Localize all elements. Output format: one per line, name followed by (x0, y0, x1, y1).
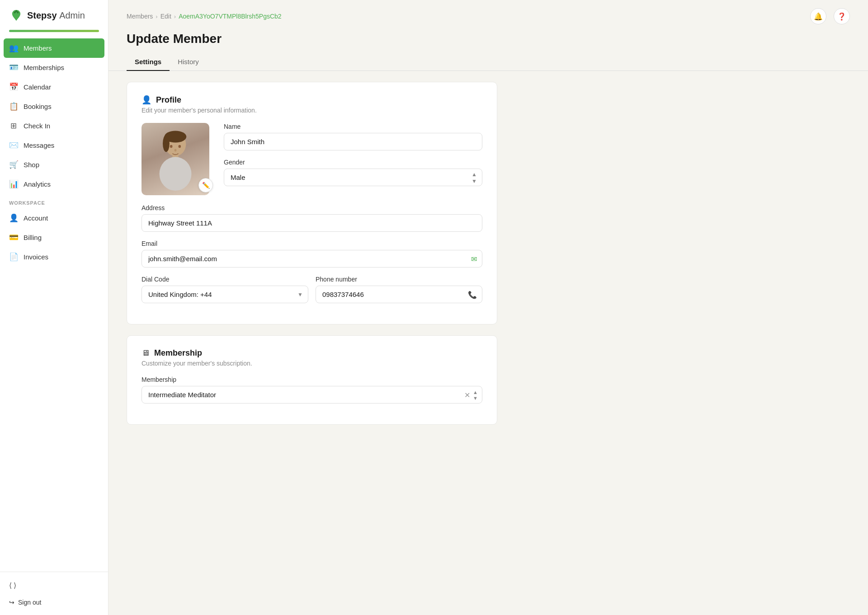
nav-shop-label: Shop (24, 161, 39, 169)
membership-clear-button[interactable]: ✕ (464, 390, 470, 399)
gender-select-wrap: Male Female Other ▲▼ (224, 169, 482, 186)
shop-icon: 🛒 (9, 160, 18, 169)
notifications-button[interactable]: 🔔 (810, 8, 826, 24)
email-label: Email (142, 240, 482, 247)
breadcrumb-id[interactable]: AoemA3YoO7VTMPl8Blrsh5PgsCb2 (179, 13, 282, 20)
svg-point-4 (160, 157, 192, 191)
page-title: Update Member (127, 32, 850, 46)
email-icon: ✉ (471, 254, 477, 263)
gender-label: Gender (224, 159, 482, 166)
nav-members[interactable]: 👥 Members (4, 38, 104, 58)
name-field-group: Name (224, 123, 482, 150)
name-input[interactable] (224, 133, 482, 150)
address-input[interactable] (142, 214, 482, 232)
profile-section-icon: 👤 (142, 95, 151, 105)
edit-avatar-button[interactable]: ✏️ (198, 178, 213, 192)
phone-input[interactable] (316, 286, 482, 303)
signout-icon: ↪ (9, 599, 14, 606)
membership-card: 🖥 Membership Customize your member's sub… (127, 335, 497, 425)
nav-invoices[interactable]: 📄 Invoices (0, 247, 108, 267)
avatar-image (148, 127, 203, 191)
nav-calendar-label: Calendar (24, 83, 51, 91)
main-content: Members › Edit › AoemA3YoO7VTMPl8Blrsh5P… (108, 0, 868, 615)
memberships-icon: 🪪 (9, 63, 18, 72)
phone-label: Phone number (316, 276, 482, 283)
signout-label: Sign out (18, 599, 41, 606)
nav-account[interactable]: 👤 Account (0, 208, 108, 228)
svg-point-2 (163, 135, 170, 152)
checkin-icon: ⊞ (9, 121, 18, 131)
nav-checkin-label: Check In (24, 122, 50, 130)
nav-invoices-label: Invoices (24, 253, 48, 261)
content-area: 👤 Profile Edit your member's personal in… (108, 82, 515, 454)
nav-memberships[interactable]: 🪪 Memberships (0, 58, 108, 77)
profile-card: 👤 Profile Edit your member's personal in… (127, 82, 497, 324)
nav-bookings[interactable]: 📋 Bookings (0, 97, 108, 116)
nav-shop[interactable]: 🛒 Shop (0, 155, 108, 174)
profile-section-header: 👤 Profile (142, 95, 482, 105)
collapse-arrows-icon: ⟨ ⟩ (9, 581, 16, 590)
gender-field-group: Gender Male Female Other ▲▼ (224, 159, 482, 186)
breadcrumb-sep-1: › (156, 13, 157, 20)
dial-code-select-wrap: United Kingdom: +44 United States: +1 ▼ (142, 286, 308, 303)
analytics-icon: 📊 (9, 179, 18, 189)
gender-select[interactable]: Male Female Other (224, 169, 482, 186)
sidebar: Stepsy Admin 👥 Members 🪪 Memberships 📅 C… (0, 0, 108, 615)
membership-input[interactable] (142, 386, 482, 404)
app-name: Stepsy Admin (27, 10, 85, 21)
edit-icon: ✏️ (202, 182, 210, 189)
nav-account-label: Account (24, 214, 48, 222)
nav-checkin[interactable]: ⊞ Check In (0, 116, 108, 136)
phone-icon: 📞 (468, 290, 477, 299)
nav-members-label: Members (24, 44, 52, 52)
nav-analytics[interactable]: 📊 Analytics (0, 174, 108, 194)
breadcrumb-sep-2: › (174, 13, 176, 20)
dial-code-select[interactable]: United Kingdom: +44 United States: +1 (142, 286, 308, 303)
breadcrumb-members[interactable]: Members (127, 13, 153, 20)
logo-icon (9, 8, 24, 23)
breadcrumb: Members › Edit › AoemA3YoO7VTMPl8Blrsh5P… (127, 13, 282, 20)
membership-label: Membership (142, 376, 482, 383)
nav-calendar[interactable]: 📅 Calendar (0, 77, 108, 97)
membership-stepper[interactable]: ▲ ▼ (473, 389, 478, 400)
workspace-label: WORKSPACE (0, 194, 108, 208)
nav-memberships-label: Memberships (24, 64, 64, 71)
tab-settings[interactable]: Settings (127, 53, 170, 71)
nav-messages[interactable]: ✉️ Messages (0, 136, 108, 155)
svg-point-7 (175, 149, 177, 152)
membership-section-header: 🖥 Membership (142, 348, 482, 358)
nav-billing-label: Billing (24, 234, 42, 241)
phone-field-group: Phone number 📞 (316, 276, 482, 303)
membership-input-actions: ✕ ▲ ▼ (464, 389, 478, 400)
help-button[interactable]: ❓ (834, 8, 850, 24)
address-label: Address (142, 204, 482, 211)
topbar: Members › Edit › AoemA3YoO7VTMPl8Blrsh5P… (108, 0, 868, 24)
phone-input-wrap: 📞 (316, 286, 482, 303)
membership-field-group: Membership ✕ ▲ ▼ (142, 376, 482, 404)
collapse-button[interactable]: ⟨ ⟩ (0, 577, 108, 594)
email-input-wrap: ✉ (142, 250, 482, 268)
svg-point-5 (170, 145, 173, 148)
dial-code-field-group: Dial Code United Kingdom: +44 United Sta… (142, 276, 308, 303)
fields-column: Name Gender Male Female Other ▲ (224, 123, 482, 195)
membership-section-subtitle: Customize your member's subscription. (142, 360, 482, 367)
calendar-icon: 📅 (9, 82, 18, 92)
avatar-column: ✏️ (142, 123, 209, 195)
signout-button[interactable]: ↪ Sign out (0, 594, 108, 610)
nav-analytics-label: Analytics (24, 180, 51, 188)
membership-up-icon[interactable]: ▲ (473, 389, 478, 394)
topbar-actions: 🔔 ❓ (810, 8, 850, 24)
membership-input-wrap: ✕ ▲ ▼ (142, 386, 482, 404)
tab-history[interactable]: History (170, 53, 207, 71)
nav-bookings-label: Bookings (24, 103, 52, 110)
notifications-icon: 🔔 (814, 12, 823, 21)
membership-down-icon[interactable]: ▼ (473, 395, 478, 400)
profile-section-title: Profile (156, 95, 181, 105)
membership-section-icon: 🖥 (142, 348, 150, 358)
name-label: Name (224, 123, 482, 130)
email-input[interactable] (142, 250, 482, 268)
avatar-wrap: ✏️ (142, 123, 209, 195)
nav-billing[interactable]: 💳 Billing (0, 228, 108, 247)
breadcrumb-edit[interactable]: Edit (160, 13, 171, 20)
help-icon: ❓ (837, 12, 846, 21)
